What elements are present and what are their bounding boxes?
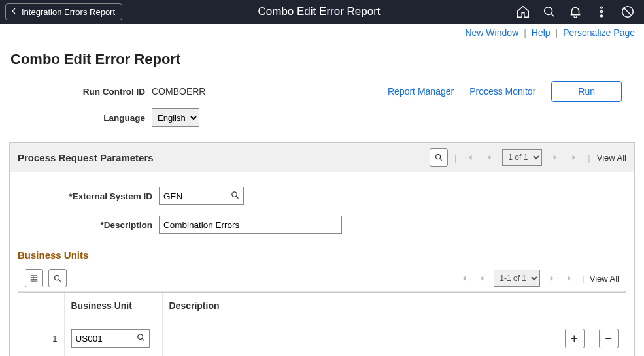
divider: | (524, 27, 526, 38)
process-request-section: Process Request Parameters | 1 of 1 | Vi… (9, 142, 635, 356)
delete-row-button[interactable]: − (599, 329, 619, 348)
business-units-grid: 1-1 of 1 | View All Business Unit Descri… (18, 265, 626, 356)
report-manager-link[interactable]: Report Manager (388, 86, 454, 97)
table-row: 1 + − (18, 319, 626, 357)
personalize-link[interactable]: Personalize Page (563, 27, 635, 38)
section-pager[interactable]: 1 of 1 (502, 149, 542, 166)
divider: | (556, 27, 558, 38)
svg-line-6 (624, 8, 632, 16)
grid-last-icon (564, 272, 577, 285)
language-select[interactable]: English (152, 108, 199, 127)
run-button[interactable]: Run (551, 81, 622, 102)
section-header: Process Request Parameters | 1 of 1 | Vi… (10, 143, 634, 172)
view-all-link[interactable]: View All (597, 153, 626, 163)
grid-toolbar: 1-1 of 1 | View All (18, 265, 626, 292)
row-description (162, 319, 558, 357)
desc-label: *Description (18, 220, 159, 230)
run-right: Report Manager Process Monitor Run (388, 81, 634, 102)
last-icon (568, 151, 581, 164)
col-business-unit: Business Unit (64, 293, 162, 319)
col-description: Description (162, 293, 558, 319)
svg-point-17 (137, 334, 143, 340)
svg-line-16 (59, 280, 61, 282)
grid-first-icon (457, 272, 470, 285)
language-label: Language (10, 113, 152, 123)
svg-line-1 (551, 14, 554, 16)
bell-icon[interactable] (568, 5, 583, 19)
run-control-row: Run Control ID COMBOERR Report Manager P… (0, 80, 644, 103)
section-nav: | 1 of 1 | View All (430, 148, 626, 167)
lookup-icon[interactable] (136, 332, 146, 344)
grid-settings-icon[interactable] (25, 269, 43, 287)
section-title: Process Request Parameters (18, 152, 423, 163)
svg-point-4 (601, 15, 603, 17)
back-button[interactable]: Integration Errors Report (5, 3, 122, 20)
add-row-button[interactable]: + (565, 329, 585, 348)
grid-prev-icon (475, 272, 488, 285)
grid-find-icon[interactable] (48, 269, 67, 287)
run-control-value: COMBOERR (152, 86, 205, 97)
help-link[interactable]: Help (532, 27, 551, 38)
actions-icon[interactable] (594, 5, 609, 19)
topbar: Integration Errors Report Combo Edit Err… (0, 0, 644, 24)
svg-point-9 (232, 192, 237, 197)
back-label: Integration Errors Report (22, 7, 115, 17)
page-links: New Window | Help | Personalize Page (0, 24, 644, 38)
row-number: 1 (18, 319, 64, 357)
svg-point-15 (55, 276, 59, 280)
page-title-bar: Combo Edit Error Report (127, 5, 511, 18)
business-units-heading: Business Units (10, 239, 634, 265)
prev-icon (483, 151, 496, 164)
svg-point-3 (601, 11, 603, 13)
next-icon (549, 151, 562, 164)
search-icon[interactable] (542, 5, 556, 19)
grid-view-all[interactable]: View All (590, 274, 619, 283)
navbar-icon[interactable] (620, 5, 635, 19)
grid-next-icon (545, 272, 558, 285)
svg-point-2 (601, 7, 603, 8)
new-window-link[interactable]: New Window (465, 27, 518, 38)
find-button[interactable] (430, 148, 448, 167)
first-icon (463, 151, 476, 164)
svg-line-8 (440, 159, 442, 161)
ext-sys-row: *External System ID (10, 182, 634, 210)
language-row: Language English (0, 107, 644, 128)
svg-line-18 (142, 338, 144, 340)
svg-line-10 (236, 196, 238, 198)
desc-input[interactable] (159, 216, 342, 234)
grid-pager[interactable]: 1-1 of 1 (494, 270, 540, 287)
desc-row: *Description (10, 210, 634, 239)
home-icon[interactable] (516, 5, 530, 19)
topbar-icons (516, 5, 639, 19)
lookup-icon[interactable] (230, 190, 240, 202)
chevron-left-icon (8, 6, 19, 18)
svg-point-7 (436, 155, 441, 159)
process-monitor-link[interactable]: Process Monitor (469, 86, 535, 97)
page-heading: Combo Edit Error Report (0, 38, 644, 80)
ext-sys-label: *External System ID (18, 191, 159, 201)
run-control-label: Run Control ID (10, 87, 152, 97)
svg-point-0 (545, 7, 552, 15)
svg-rect-11 (31, 276, 37, 281)
